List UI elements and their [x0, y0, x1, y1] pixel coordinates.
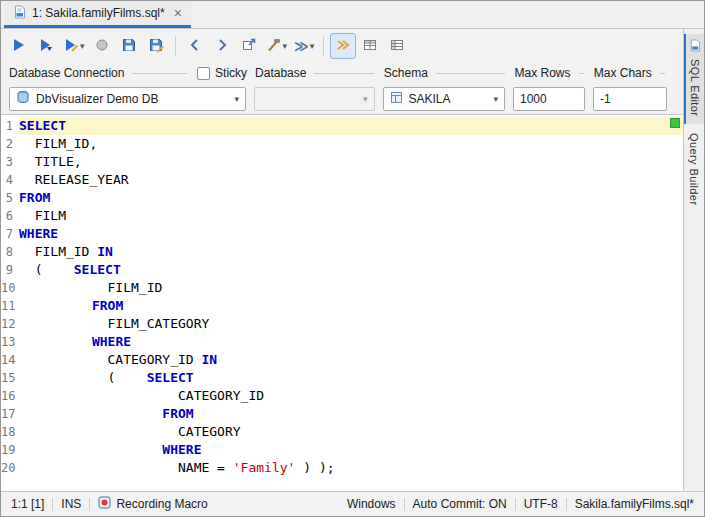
toolbar-separator [323, 36, 324, 56]
code-line[interactable]: 2 FILM_ID, [1, 135, 683, 153]
schema-value: SAKILA [409, 92, 451, 106]
save-as-button[interactable] [143, 33, 169, 59]
recording-macro-label: Recording Macro [116, 497, 207, 511]
code-line[interactable]: 10 FILM_ID [1, 279, 683, 297]
chevron-down-icon: ▾ [310, 41, 315, 51]
chevron-down-icon: ▾ [493, 94, 498, 104]
record-icon [94, 37, 110, 56]
code-text: WHERE [21, 333, 683, 351]
code-line[interactable]: 9 ( SELECT [1, 261, 683, 279]
code-line[interactable]: 7WHERE [1, 225, 683, 243]
toolbar-separator [175, 36, 176, 56]
chevron-down-icon: ▾ [234, 94, 239, 104]
code-line[interactable]: 12 FILM_CATEGORY [1, 315, 683, 333]
separator-rule [436, 73, 505, 74]
code-line[interactable]: 16 CATEGORY_ID [1, 387, 683, 405]
code-line[interactable]: 14 CATEGORY_ID IN [1, 351, 683, 369]
auto-commit-indicator[interactable]: Auto Commit: ON [413, 497, 507, 511]
tab-sql-editor[interactable]: SQL Editor [684, 34, 704, 124]
schema-select[interactable]: SAKILA ▾ [383, 87, 506, 111]
execute-button[interactable] [6, 33, 32, 59]
line-number: 13 [1, 333, 21, 351]
code-text: ( SELECT [19, 261, 683, 279]
line-number: 8 [1, 243, 19, 261]
sql-file-icon [13, 5, 26, 22]
code-text: CATEGORY_ID IN [21, 351, 683, 369]
code-line[interactable]: 13 WHERE [1, 333, 683, 351]
log-grid-button[interactable] [384, 33, 410, 59]
pin-results-toggle[interactable] [330, 33, 356, 59]
sql-editor[interactable]: 1SELECT2 FILM_ID,3 TITLE,4 RELEASE_YEAR5… [1, 114, 683, 491]
line-number: 16 [1, 387, 21, 405]
tab-query-builder[interactable]: Query Builder [684, 124, 704, 213]
database-connection-label: Database Connection [9, 66, 124, 80]
line-number: 14 [1, 351, 21, 369]
close-icon[interactable]: × [174, 6, 182, 20]
insert-mode-indicator: INS [61, 497, 81, 511]
line-number: 3 [1, 153, 19, 171]
statusbar-separator [515, 498, 516, 511]
execute-current-button[interactable] [33, 33, 59, 59]
code-line[interactable]: 19 WHERE [1, 441, 683, 459]
play-icon [11, 37, 27, 56]
connection-select[interactable]: DbVisualizer Demo DB ▾ [9, 87, 246, 111]
code-line[interactable]: 18 CATEGORY [1, 423, 683, 441]
max-chars-input[interactable] [593, 87, 667, 111]
code-line[interactable]: 5FROM [1, 189, 683, 207]
tools-menu-button[interactable]: ▾ [263, 33, 291, 59]
code-line[interactable]: 20 NAME = 'Family' ) ); [1, 459, 683, 477]
database-icon [16, 90, 30, 107]
save-icon [121, 37, 137, 56]
forward-button[interactable] [209, 33, 235, 59]
code-text: FILM_ID, [19, 135, 683, 153]
line-number: 15 [1, 369, 21, 387]
forward-icon [214, 37, 230, 56]
code-text: NAME = 'Family' ) ); [21, 459, 683, 477]
line-number: 7 [1, 225, 19, 243]
sticky-checkbox[interactable] [197, 67, 210, 80]
statusbar-separator [404, 498, 405, 511]
code-text: FILM_CATEGORY [21, 315, 683, 333]
connection-labels-row: Database Connection Sticky Database Sche… [1, 63, 683, 83]
execute-explain-button[interactable]: ▾ [60, 33, 88, 59]
status-bar: 1:1 [1] INS Recording Macro Windows Auto… [1, 491, 704, 516]
line-number: 10 [1, 279, 21, 297]
code-text: FROM [21, 405, 683, 423]
code-text: ( SELECT [21, 369, 683, 387]
back-button[interactable] [182, 33, 208, 59]
save-button[interactable] [116, 33, 142, 59]
max-chars-label: Max Chars [594, 66, 652, 80]
database-select[interactable]: ▾ [254, 87, 375, 111]
more-actions-button[interactable]: ≫ ▾ [291, 33, 317, 59]
code-line[interactable]: 6 FILM [1, 207, 683, 225]
code-line[interactable]: 15 ( SELECT [1, 369, 683, 387]
play-current-icon [38, 37, 54, 56]
result-grid-button[interactable] [357, 33, 383, 59]
line-ending-indicator[interactable]: Windows [347, 497, 396, 511]
recording-macro-icon [98, 496, 111, 512]
max-rows-input[interactable] [513, 87, 585, 111]
sql-editor-tab-label: SQL Editor [689, 59, 701, 116]
code-line[interactable]: 1SELECT [1, 117, 683, 135]
play-explain-icon [63, 37, 79, 56]
code-text: WHERE [21, 441, 683, 459]
chevron-down-icon: ▾ [283, 41, 288, 51]
code-line[interactable]: 4 RELEASE_YEAR [1, 171, 683, 189]
code-text: FILM_ID IN [19, 243, 683, 261]
code-text: RELEASE_YEAR [19, 171, 683, 189]
code-line[interactable]: 3 TITLE, [1, 153, 683, 171]
separator-rule [132, 73, 187, 74]
connection-controls-row: DbVisualizer Demo DB ▾ ▾ SAKILA ▾ [1, 83, 683, 114]
record-macro-button[interactable] [89, 33, 115, 59]
statusbar-separator [89, 498, 90, 511]
code-line[interactable]: 8 FILM_ID IN [1, 243, 683, 261]
code-line[interactable]: 17 FROM [1, 405, 683, 423]
chevron-down-icon: ▾ [80, 41, 85, 51]
open-in-new-window-button[interactable] [236, 33, 262, 59]
tab-sakila-familyfilms[interactable]: 1: Sakila.familyFilms.sql* × [4, 1, 191, 28]
grid-icon [362, 37, 378, 56]
encoding-indicator[interactable]: UTF-8 [524, 497, 558, 511]
code-line[interactable]: 11 FROM [1, 297, 683, 315]
editor-tab-bar: 1: Sakila.familyFilms.sql* × [1, 1, 704, 29]
schema-label: Schema [384, 66, 428, 80]
